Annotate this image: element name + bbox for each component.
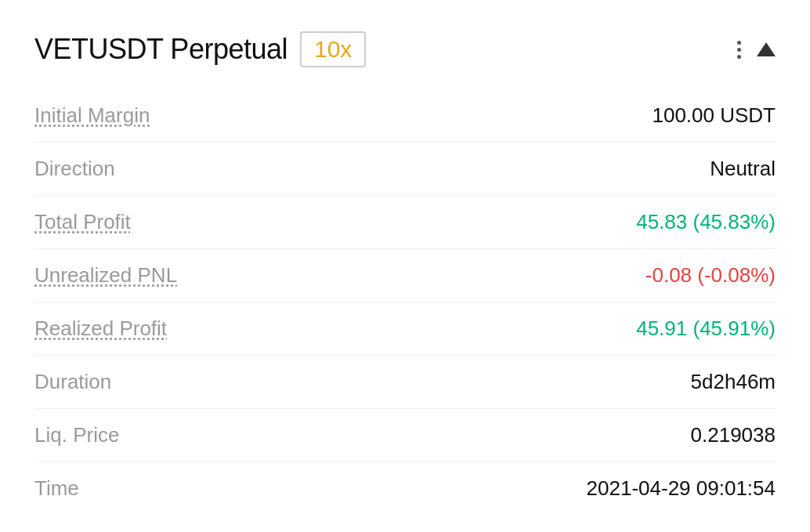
row-value: 5d2h46m xyxy=(691,370,776,394)
row-label: Duration xyxy=(34,370,111,394)
row-label: Total Profit xyxy=(34,210,131,234)
table-row: Initial Margin100.00 USDT xyxy=(34,89,776,143)
row-label: Unrealized PNL xyxy=(34,263,177,288)
row-value: 0.219038 xyxy=(691,423,776,447)
row-value: 2021-04-29 09:01:54 xyxy=(587,476,776,501)
header: VETUSDT Perpetual 10x xyxy=(34,31,776,67)
expand-icon[interactable] xyxy=(757,42,776,56)
row-label: Initial Margin xyxy=(34,103,150,128)
row-value: -0.08 (-0.08%) xyxy=(645,263,776,288)
page-title: VETUSDT Perpetual xyxy=(34,33,287,66)
table-row: Realized Profit45.91 (45.91%) xyxy=(34,302,776,356)
row-label: Liq. Price xyxy=(34,423,119,447)
more-options-icon[interactable] xyxy=(737,41,741,59)
card: VETUSDT Perpetual 10x Initial Margin100.… xyxy=(16,16,794,530)
header-right xyxy=(737,41,776,59)
table-row: Duration5d2h46m xyxy=(34,356,776,409)
row-value: 100.00 USDT xyxy=(652,103,776,128)
row-label: Realized Profit xyxy=(34,317,167,341)
table-row: Time2021-04-29 09:01:54 xyxy=(34,462,776,515)
table-row: Liq. Price0.219038 xyxy=(34,409,776,462)
row-label: Time xyxy=(34,476,79,501)
row-value: 45.91 (45.91%) xyxy=(636,317,776,341)
row-value: Neutral xyxy=(710,157,776,181)
leverage-badge: 10x xyxy=(300,31,366,67)
header-left: VETUSDT Perpetual 10x xyxy=(34,31,366,67)
row-label: Direction xyxy=(34,157,115,181)
table-row: DirectionNeutral xyxy=(34,143,776,196)
table-row: Unrealized PNL-0.08 (-0.08%) xyxy=(34,249,776,302)
table-row: Total Profit45.83 (45.83%) xyxy=(34,196,776,249)
row-value: 45.83 (45.83%) xyxy=(636,210,776,234)
data-rows: Initial Margin100.00 USDTDirectionNeutra… xyxy=(34,89,776,515)
